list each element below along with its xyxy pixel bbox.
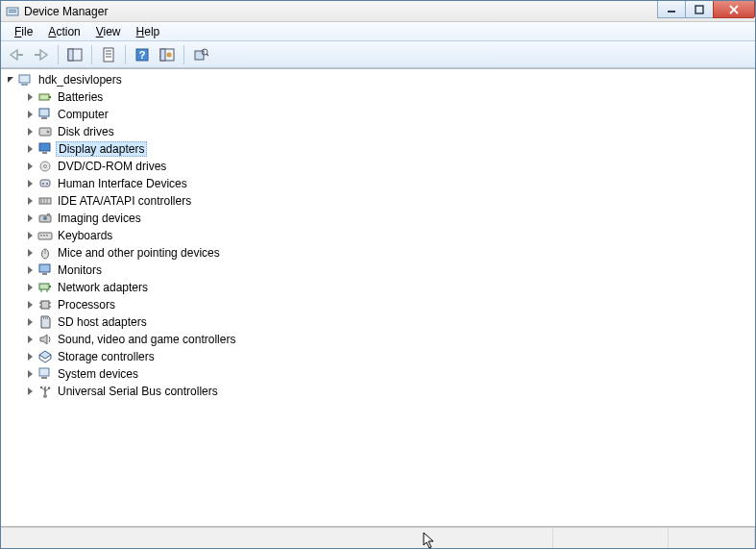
tree-node[interactable]: Disk drives — [24, 123, 755, 140]
tree-node-label[interactable]: IDE ATA/ATAPI controllers — [56, 194, 193, 208]
expander-icon[interactable] — [24, 351, 36, 362]
maximize-button[interactable] — [685, 1, 714, 18]
tree-node-label[interactable]: Imaging devices — [56, 212, 143, 225]
svg-rect-1 — [9, 10, 16, 11]
network-icon — [37, 280, 53, 295]
expander-icon[interactable] — [24, 264, 36, 276]
tree-node[interactable]: Display adapters — [24, 140, 755, 158]
svg-rect-48 — [46, 235, 48, 237]
svg-rect-47 — [43, 235, 45, 237]
tree-node-label[interactable]: Monitors — [56, 263, 104, 277]
tree-node[interactable]: System devices — [24, 365, 755, 383]
tree-node-label[interactable]: Keyboards — [56, 229, 114, 242]
help-button[interactable]: ? — [131, 44, 154, 65]
tree-node[interactable]: Network adapters — [24, 279, 755, 296]
expander-icon[interactable] — [24, 368, 36, 380]
tree-node-label[interactable]: Disk drives — [56, 125, 116, 138]
expander-icon[interactable] — [24, 126, 36, 137]
hid-icon — [37, 176, 53, 191]
tree-node[interactable]: Monitors — [24, 262, 755, 279]
svg-rect-72 — [48, 387, 50, 389]
tree-root-label[interactable]: hdk_desivlopers — [37, 73, 124, 87]
expander-icon[interactable] — [5, 74, 16, 86]
tree-node-label[interactable]: Mice and other pointing devices — [56, 246, 222, 260]
expander-icon[interactable] — [24, 212, 36, 224]
tree-node[interactable]: Sound, video and game controllers — [24, 331, 755, 348]
update-driver-button[interactable] — [189, 44, 212, 65]
svg-rect-18 — [160, 49, 165, 61]
tree-node-label[interactable]: Universal Serial Bus controllers — [56, 385, 220, 398]
tree-node[interactable]: Mice and other pointing devices — [24, 244, 755, 262]
tree-node[interactable]: Keyboards — [24, 227, 755, 244]
tree-node[interactable]: Human Interface Devices — [24, 175, 755, 192]
computer-icon — [37, 107, 53, 122]
tree-node[interactable]: IDE ATA/ATAPI controllers — [24, 192, 755, 210]
tree-node[interactable]: DVD/CD-ROM drives — [24, 158, 755, 175]
svg-rect-9 — [68, 49, 82, 61]
svg-rect-62 — [43, 317, 44, 319]
properties-button[interactable] — [97, 44, 120, 65]
svg-rect-28 — [41, 117, 47, 119]
minimize-button[interactable] — [657, 1, 686, 18]
battery-icon — [37, 89, 53, 105]
expander-icon[interactable] — [24, 161, 36, 172]
imaging-icon — [37, 211, 53, 226]
expander-icon[interactable] — [24, 282, 36, 293]
expander-icon[interactable] — [24, 334, 36, 345]
expander-icon[interactable] — [24, 386, 36, 397]
tree-node[interactable]: Universal Serial Bus controllers — [24, 383, 755, 400]
tree-node-label[interactable]: Batteries — [56, 90, 105, 104]
svg-rect-38 — [39, 198, 51, 204]
tree-node-label[interactable]: Storage controllers — [56, 350, 157, 363]
svg-text:?: ? — [139, 49, 146, 61]
menu-action[interactable]: Action — [40, 23, 87, 40]
scan-hardware-button[interactable] — [156, 44, 179, 65]
tree-node[interactable]: Processors — [24, 296, 755, 313]
svg-point-49 — [42, 249, 49, 259]
expander-icon[interactable] — [24, 91, 36, 103]
svg-rect-52 — [42, 273, 47, 275]
expander-icon[interactable] — [24, 143, 36, 155]
tree-node[interactable]: Imaging devices — [24, 210, 755, 227]
tree-node[interactable]: Batteries — [24, 88, 755, 106]
tree-node-label[interactable]: SD host adapters — [56, 315, 149, 329]
tree-node-label[interactable]: Human Interface Devices — [56, 177, 189, 190]
svg-rect-26 — [49, 96, 51, 98]
tree-node[interactable]: Computer — [24, 106, 755, 123]
tree-node[interactable]: SD host adapters — [24, 313, 755, 331]
svg-rect-32 — [42, 152, 47, 154]
tree-node-label[interactable]: Computer — [56, 108, 110, 121]
tree-node-label[interactable]: Display adapters — [56, 141, 147, 157]
menu-view[interactable]: View — [88, 23, 129, 40]
expander-icon[interactable] — [24, 299, 36, 311]
tree-node-label[interactable]: Network adapters — [56, 281, 150, 294]
expander-icon[interactable] — [24, 247, 36, 259]
tree-node-label[interactable]: Processors — [56, 298, 117, 312]
forward-button[interactable] — [30, 44, 53, 65]
close-button[interactable] — [713, 1, 755, 18]
expander-icon[interactable] — [24, 316, 36, 328]
tree-node[interactable]: Storage controllers — [24, 348, 755, 365]
svg-rect-29 — [39, 128, 51, 136]
menu-file[interactable]: File — [7, 23, 40, 40]
tree-root[interactable]: hdk_desivlopers — [5, 71, 755, 88]
show-hide-tree-button[interactable] — [63, 44, 86, 65]
svg-rect-54 — [49, 286, 51, 287]
titlebar: Device Manager — [1, 1, 755, 22]
tree-panel[interactable]: hdk_desivlopers BatteriesComputerDisk dr… — [1, 68, 755, 527]
tree-node-label[interactable]: Sound, video and game controllers — [56, 333, 237, 346]
svg-rect-17 — [160, 49, 174, 61]
expander-icon[interactable] — [24, 178, 36, 189]
back-button[interactable] — [5, 44, 28, 65]
statusbar — [1, 527, 755, 548]
expander-icon[interactable] — [24, 195, 36, 207]
expander-icon[interactable] — [24, 109, 36, 120]
svg-point-34 — [44, 165, 47, 168]
display-icon — [37, 141, 53, 157]
tree-node-label[interactable]: System devices — [56, 367, 140, 381]
expander-icon[interactable] — [24, 230, 36, 241]
tree-node-label[interactable]: DVD/CD-ROM drives — [56, 160, 168, 173]
svg-point-33 — [40, 162, 50, 171]
menu-help[interactable]: Help — [129, 23, 168, 40]
svg-rect-53 — [39, 284, 49, 289]
